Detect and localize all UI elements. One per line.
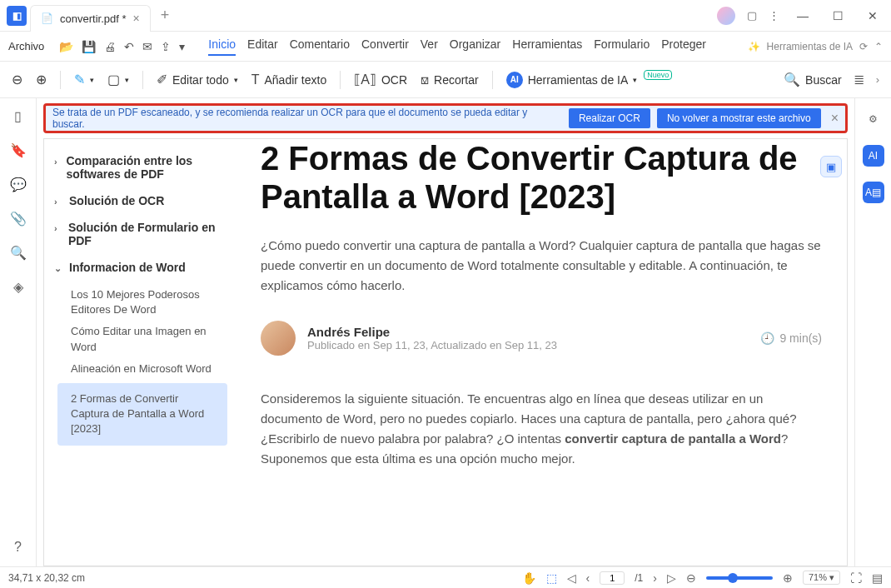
menu-organizar[interactable]: Organizar [450, 37, 500, 56]
statusbar: 34,71 x 20,32 cm ✋ ⬚ ◁ ‹ /1 › ▷ ⊖ ⊕ 71% … [0, 566, 891, 588]
select-tool-icon[interactable]: ⬚ [546, 571, 557, 585]
outline-subitem-active[interactable]: 2 Formas de Convertir Captura de Pantall… [57, 383, 227, 446]
shape-button[interactable]: ▢▾ [107, 72, 129, 87]
no-volver-button[interactable]: No volver a mostrar este archivo [657, 108, 821, 128]
help-icon[interactable]: ? [14, 540, 22, 555]
ai-panel-icon[interactable]: AI [863, 145, 884, 167]
zoom-in-button[interactable]: ⊕ [36, 72, 47, 87]
zoom-in-icon[interactable]: ⊕ [783, 571, 793, 585]
prev-icon[interactable]: ‹ [586, 571, 590, 585]
next-icon[interactable]: › [653, 571, 657, 585]
ocr-icon: ⟦A⟧ [354, 72, 376, 87]
more-dropdown-icon[interactable]: ▾ [179, 40, 185, 53]
page-input[interactable] [600, 571, 625, 585]
pencil-icon: ✐ [157, 72, 167, 87]
outline-subitem[interactable]: Alineación en Microsoft Word [49, 361, 231, 376]
outline-item[interactable]: ›Comparación entre los softwares de PDF [49, 147, 231, 187]
divider [60, 71, 61, 89]
menubar: Archivo 📂 💾 🖨 ↶ ✉ ⇪ ▾ Inicio Editar Come… [0, 32, 891, 62]
add-text-button[interactable]: TAñadir texto [251, 72, 327, 87]
menu-inicio[interactable]: Inicio [208, 37, 236, 56]
realizar-ocr-button[interactable]: Realizar OCR [569, 108, 650, 128]
highlighter-button[interactable]: ✎▾ [74, 72, 94, 87]
email-icon[interactable]: ✉ [142, 40, 152, 53]
menu-formulario[interactable]: Formulario [594, 37, 650, 56]
outline-item[interactable]: ›Solución de OCR [49, 187, 231, 214]
chevron-down-icon: ⌄ [54, 263, 64, 274]
app-logo-icon[interactable]: ◧ [7, 6, 27, 26]
maximize-button[interactable]: ☐ [826, 9, 849, 22]
chevron-right-icon[interactable]: › [876, 73, 879, 86]
menu-ver[interactable]: Ver [421, 37, 438, 56]
expand-icon[interactable]: ⟳ [859, 41, 868, 52]
bookmarks-icon[interactable]: 🔖 [10, 142, 27, 158]
undo-icon[interactable]: ↶ [124, 40, 134, 53]
ocr-banner-text: Se trata de un PDF escaneado, y se recom… [52, 107, 562, 130]
menu-herramientas[interactable]: Herramientas [512, 37, 582, 56]
minimize-button[interactable]: — [791, 9, 814, 22]
chevron-right-icon: › [54, 157, 61, 167]
author-row: Andrés Felipe Publicado en Sep 11, 23, A… [261, 321, 822, 356]
menu-comentario[interactable]: Comentario [290, 37, 350, 56]
outline-subitem[interactable]: Los 10 Mejores Poderosos Editores De Wor… [49, 287, 231, 317]
zoom-out-icon[interactable]: ⊖ [686, 571, 696, 585]
crop-icon: ⟏ [421, 72, 429, 87]
menu-convertir[interactable]: Convertir [361, 37, 409, 56]
zoom-value: 71% [809, 572, 827, 582]
ai-tools-label: Herramientas de IA [528, 73, 629, 87]
close-window-button[interactable]: ✕ [861, 9, 884, 22]
outline-item[interactable]: ⌄Informacion de Word [49, 254, 231, 281]
edit-all-label: Editar todo [172, 73, 229, 87]
thumbnails-icon[interactable]: ▯ [14, 108, 22, 124]
settings-slider-icon[interactable]: ⚙ [863, 108, 884, 130]
next-page-icon[interactable]: ▷ [667, 571, 676, 585]
document-intro: ¿Cómo puedo convertir una captura de pan… [261, 236, 822, 296]
menu-proteger[interactable]: Proteger [661, 37, 706, 56]
outline-item[interactable]: ›Solución de Formulario en PDF [49, 214, 231, 254]
document-tab[interactable]: 📄 convertir.pdf * × [30, 5, 151, 32]
filter-button[interactable]: ≣ [854, 72, 864, 87]
ocr-button[interactable]: ⟦A⟧OCR [354, 72, 407, 87]
prev-page-icon[interactable]: ◁ [567, 571, 576, 585]
add-text-label: Añadir texto [265, 73, 327, 87]
zoom-slider[interactable] [706, 576, 773, 580]
ai-tools-button[interactable]: AIHerramientas de IA▾Nuevo [506, 72, 673, 88]
search-panel-icon[interactable]: 🔍 [10, 245, 27, 261]
outline-label: Solución de OCR [69, 194, 164, 207]
highlighter-icon: ✎ [74, 72, 85, 87]
search-button[interactable]: 🔍Buscar [784, 72, 842, 87]
print-icon[interactable]: 🖨 [104, 40, 116, 53]
fit-width-icon[interactable]: ⛶ [850, 571, 862, 585]
translate-icon[interactable]: A▤ [863, 182, 884, 203]
page-dimensions: 34,71 x 20,32 cm [8, 572, 85, 584]
chevron-up-icon[interactable]: ⌃ [874, 41, 883, 52]
divider [492, 71, 493, 89]
new-tab-button[interactable]: + [161, 7, 170, 24]
outline-subitem[interactable]: Cómo Editar una Imagen en Word [49, 324, 231, 354]
open-icon[interactable]: 📂 [59, 40, 73, 53]
comments-icon[interactable]: 💬 [10, 177, 27, 192]
zoom-percentage[interactable]: 71% ▾ [803, 571, 840, 585]
ai-icon: AI [506, 72, 523, 88]
menu-ai-tools[interactable]: Herramientas de IA [767, 41, 853, 52]
sparkle-icon: ✨ [748, 41, 760, 52]
hand-tool-icon[interactable]: ✋ [522, 571, 536, 585]
view-mode-icon[interactable]: ▤ [872, 571, 883, 585]
attachments-icon[interactable]: 📎 [10, 211, 27, 227]
kebab-menu-icon[interactable]: ⋮ [769, 9, 779, 22]
layers-icon[interactable]: ◈ [13, 279, 23, 295]
edit-all-button[interactable]: ✐Editar todo▾ [157, 72, 238, 87]
share-icon[interactable]: ⇪ [161, 40, 171, 53]
close-banner-icon[interactable]: × [831, 111, 839, 126]
pdf-icon: 📄 [41, 12, 53, 24]
notes-icon[interactable]: ▢ [747, 9, 757, 22]
crop-button[interactable]: ⟏Recortar [421, 72, 479, 87]
menu-editar[interactable]: Editar [247, 37, 278, 56]
file-menu[interactable]: Archivo [8, 40, 44, 52]
zoom-out-button[interactable]: ⊖ [12, 72, 22, 87]
crop-label: Recortar [434, 73, 479, 87]
user-avatar-icon[interactable] [717, 7, 735, 25]
select-tool-icon[interactable]: ▣ [820, 156, 842, 177]
close-tab-icon[interactable]: × [133, 12, 140, 25]
save-icon[interactable]: 💾 [82, 40, 96, 53]
